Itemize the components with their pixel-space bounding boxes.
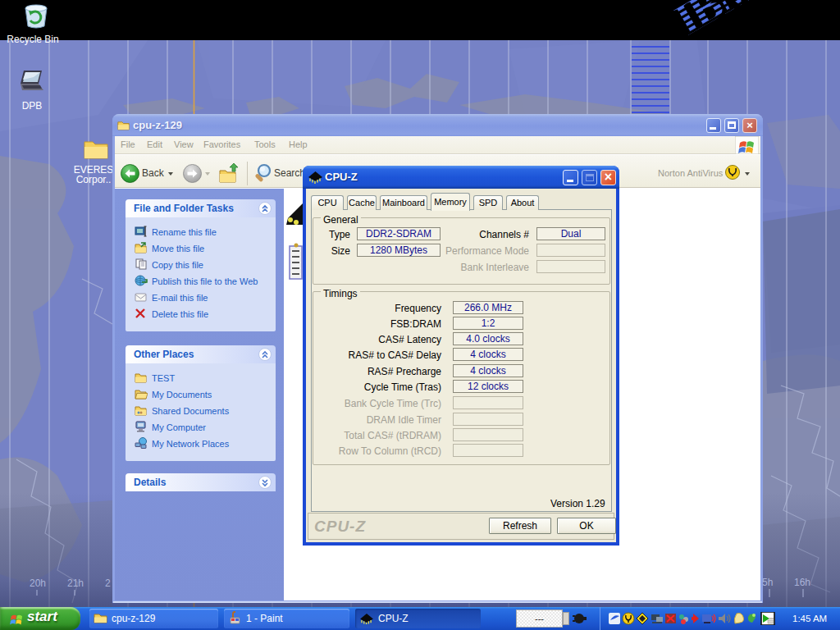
svg-text:16h: 16h (794, 577, 810, 588)
svg-text:2: 2 (105, 578, 111, 589)
svg-text:5h: 5h (762, 577, 773, 588)
svg-text:20h: 20h (30, 578, 46, 589)
svg-text:21h: 21h (67, 578, 84, 589)
